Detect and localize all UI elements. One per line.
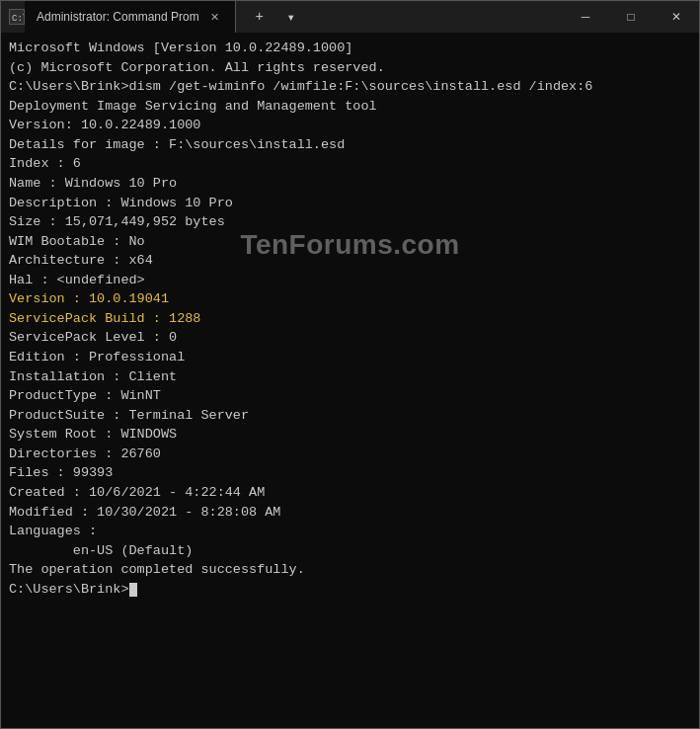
console-line: Hal : <undefined> — [9, 271, 691, 290]
maximize-btn[interactable]: □ — [608, 1, 654, 33]
console-line: WIM Bootable : No — [9, 232, 691, 252]
console-line: Languages : — [9, 522, 691, 541]
dropdown-btn[interactable]: ▾ — [277, 1, 305, 33]
console-line: Deployment Image Servicing and Managemen… — [9, 97, 691, 117]
console-line: Installation : Client — [9, 367, 691, 387]
title-bar: C:\ Administrator: Command Prom ✕ + ▾ ─ … — [1, 1, 699, 33]
console-line: Directories : 26760 — [9, 445, 691, 464]
console-line: Modified : 10/30/2021 - 8:28:08 AM — [9, 503, 691, 523]
console-line: Details for image : F:\sources\install.e… — [9, 135, 691, 155]
console-line: Description : Windows 10 Pro — [9, 194, 691, 213]
console-line: Version : 10.0.19041 — [9, 289, 691, 309]
svg-text:C:\: C:\ — [12, 14, 24, 24]
console-line: C:\Users\Brink> — [9, 580, 691, 600]
console-line: ServicePack Build : 1288 — [9, 309, 691, 329]
window-controls: ─ □ ✕ — [563, 1, 699, 33]
console-line: Edition : Professional — [9, 348, 691, 367]
console-line: Microsoft Windows [Version 10.0.22489.10… — [9, 39, 691, 58]
console-line: Architecture : x64 — [9, 251, 691, 271]
console-line: Version: 10.0.22489.1000 — [9, 116, 691, 135]
console-line: (c) Microsoft Corporation. All rights re… — [9, 58, 691, 78]
console-line: Files : 99393 — [9, 463, 691, 483]
console-line: ServicePack Level : 0 — [9, 328, 691, 348]
minimize-btn[interactable]: ─ — [563, 1, 608, 33]
console-line: System Root : WINDOWS — [9, 425, 691, 445]
console-line: ProductSuite : Terminal Server — [9, 406, 691, 426]
close-btn[interactable]: ✕ — [654, 1, 699, 33]
console-line: The operation completed successfully. — [9, 560, 691, 580]
console-line: Created : 10/6/2021 - 4:22:44 AM — [9, 483, 691, 503]
console-line: ProductType : WinNT — [9, 386, 691, 406]
active-tab[interactable]: Administrator: Command Prom ✕ — [25, 1, 236, 33]
new-tab-btn[interactable]: + — [246, 1, 273, 33]
console-line: en-US (Default) — [9, 541, 691, 561]
tab-label: Administrator: Command Prom — [37, 10, 199, 24]
cursor-blink — [129, 583, 137, 597]
console-line: Index : 6 — [9, 154, 691, 174]
tab-controls: + ▾ — [242, 1, 309, 33]
console-lines: Microsoft Windows [Version 10.0.22489.10… — [9, 39, 691, 599]
console-output[interactable]: TenForums.com Microsoft Windows [Version… — [1, 33, 699, 728]
console-line: Name : Windows 10 Pro — [9, 174, 691, 194]
title-bar-left: C:\ Administrator: Command Prom ✕ + ▾ — [9, 1, 309, 33]
console-line: C:\Users\Brink>dism /get-wiminfo /wimfil… — [9, 77, 691, 97]
tab-area: C:\ Administrator: Command Prom ✕ — [9, 1, 236, 33]
command-prompt-window: C:\ Administrator: Command Prom ✕ + ▾ ─ … — [0, 0, 700, 729]
cmd-icon: C:\ — [9, 9, 25, 25]
console-line: Size : 15,071,449,952 bytes — [9, 212, 691, 232]
tab-close-btn[interactable]: ✕ — [207, 9, 223, 25]
